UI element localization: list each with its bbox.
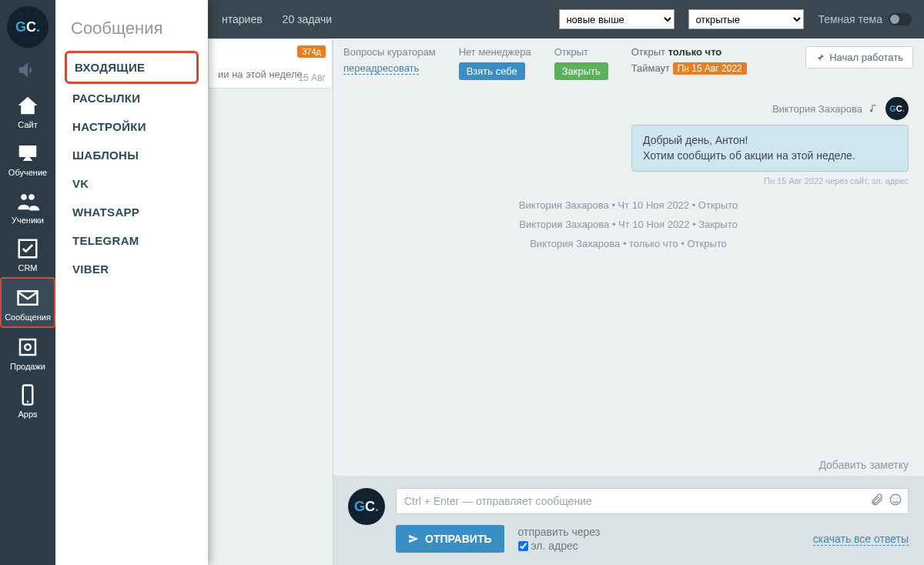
send-icon — [408, 533, 419, 544]
take-button[interactable]: Взять себе — [459, 62, 525, 80]
rail-apps[interactable]: Apps — [0, 376, 55, 423]
submenu-whatsapp[interactable]: WHATSAPP — [65, 198, 199, 226]
submenu-viber[interactable]: VIBER — [65, 255, 199, 283]
svg-point-6 — [897, 498, 899, 500]
age-badge: 374д — [297, 45, 326, 58]
send-via: отправить через эл. адрес — [518, 526, 601, 552]
download-answers-link[interactable]: скачать все ответы — [813, 533, 909, 546]
close-button[interactable]: Закрыть — [554, 62, 608, 80]
forward-link[interactable]: переадресовать — [343, 62, 419, 75]
via-email-checkbox[interactable]: эл. адрес — [518, 540, 601, 552]
log-line: Виктория Захарова • только что • Открыто — [348, 238, 909, 249]
board-icon — [16, 142, 39, 165]
conversation-header: Вопросы кураторам переадресовать Нет мен… — [333, 38, 924, 85]
start-work-button[interactable]: Начал работать — [805, 46, 913, 69]
theme-toggle[interactable]: Темная тема — [818, 13, 912, 25]
bubble-line: Добрый день, Антон! — [643, 133, 897, 149]
submenu-inbox[interactable]: ВХОДЯЩИЕ — [65, 51, 199, 84]
rail-sound[interactable] — [0, 51, 55, 86]
conversation-pane: Вопросы кураторам переадресовать Нет мен… — [333, 38, 924, 565]
thread-list: 374д ии на этой неделе. 15 Авг — [208, 38, 333, 89]
people-icon — [16, 189, 39, 212]
log-line: Виктория Захарова • Чт 10 Ноя 2022 • Отк… — [348, 199, 909, 211]
phone-icon — [16, 383, 39, 406]
sort-select[interactable]: новые выше — [559, 9, 675, 29]
rail-label: Сообщения — [5, 313, 51, 322]
message-input[interactable] — [396, 488, 909, 514]
rail-label: Ученики — [12, 216, 44, 225]
logo[interactable]: GC. — [7, 6, 49, 48]
svg-point-1 — [25, 344, 31, 350]
message-sender-row: Виктория Захарова GC. — [348, 97, 909, 120]
filter-select[interactable]: открытые — [688, 9, 804, 29]
submenu-templates[interactable]: ШАБЛОНЫ — [65, 141, 199, 169]
safe-icon — [16, 336, 39, 359]
via-label: отправить через — [518, 526, 601, 538]
bubble-meta: Пн 15 Авг 2022 через сайт, эл. адрес — [348, 176, 909, 186]
submenu-telegram[interactable]: TELEGRAM — [65, 226, 199, 255]
submenu-panel: Сообщения ВХОДЯЩИЕ РАССЫЛКИ НАСТРОЙКИ ША… — [55, 0, 208, 565]
curators-label: Вопросы кураторам — [343, 46, 436, 58]
emoji-icon[interactable] — [889, 493, 902, 506]
send-button[interactable]: ОТПРАВИТЬ — [396, 525, 504, 553]
topbar-left: нтариев 20 задачи — [222, 13, 332, 25]
music-icon — [869, 103, 879, 114]
timeout-line: Таймаут Пн 15 Авг 2022 — [631, 62, 747, 74]
rail-label: Apps — [18, 410, 37, 419]
mail-icon — [16, 286, 39, 309]
rail-label: Сайт — [18, 120, 37, 129]
sender-avatar[interactable]: GC. — [886, 97, 909, 120]
self-avatar: GC. — [348, 488, 385, 525]
sound-icon — [16, 59, 39, 82]
thread-date: 15 Авг — [299, 72, 326, 83]
svg-point-4 — [890, 494, 901, 505]
log-line: Виктория Захарова • Чт 10 Ноя 2022 • Зак… — [348, 219, 909, 230]
thread-card[interactable]: 374д ии на этой неделе. 15 Авг — [208, 38, 333, 89]
status-label: Открыт — [554, 46, 608, 58]
rail-learning[interactable]: Обучение — [0, 134, 55, 182]
submenu-title: Сообщения — [71, 18, 192, 38]
svg-point-5 — [893, 498, 895, 500]
pin-icon — [815, 53, 825, 62]
bubble-line: Хотим сообщить об акции на этой неделе. — [643, 149, 897, 164]
submenu-campaigns[interactable]: РАССЫЛКИ — [65, 84, 199, 112]
attach-icon[interactable] — [870, 493, 884, 506]
rail-label: Обучение — [8, 168, 47, 177]
sender-name[interactable]: Виктория Захарова — [772, 103, 862, 115]
topbar-link-comments[interactable]: нтариев — [222, 13, 263, 25]
submenu-vk[interactable]: VK — [65, 169, 199, 198]
switch-icon — [889, 13, 912, 25]
opened-line: Открыт только что — [631, 46, 747, 58]
svg-point-3 — [27, 401, 29, 403]
add-note-link[interactable]: Добавить заметку — [333, 454, 924, 476]
svg-rect-0 — [20, 339, 35, 355]
manager-label: Нет менеджера — [459, 46, 531, 58]
rail-students[interactable]: Ученики — [0, 182, 55, 229]
left-rail: GC. Сайт Обучение Ученики CRM Сообщения … — [0, 0, 55, 565]
composer: GC. ОТПРАВИТЬ отправить через — [333, 476, 924, 565]
rail-site[interactable]: Сайт — [0, 86, 55, 134]
rail-crm[interactable]: CRM — [0, 229, 55, 277]
rail-sales[interactable]: Продажи — [0, 328, 55, 376]
rail-label: Продажи — [10, 362, 45, 371]
topbar-right: новые выше открытые Темная тема — [559, 9, 912, 29]
topbar-link-tasks[interactable]: 20 задачи — [283, 13, 332, 25]
rail-label: CRM — [18, 263, 37, 272]
theme-label: Темная тема — [818, 13, 882, 25]
message-bubble: Добрый день, Антон! Хотим сообщить об ак… — [631, 125, 909, 172]
conversation-body: Виктория Захарова GC. Добрый день, Антон… — [333, 85, 924, 454]
submenu-settings[interactable]: НАСТРОЙКИ — [65, 112, 199, 141]
check-icon — [16, 237, 39, 260]
rail-messages[interactable]: Сообщения — [0, 277, 55, 328]
home-icon — [16, 94, 39, 117]
